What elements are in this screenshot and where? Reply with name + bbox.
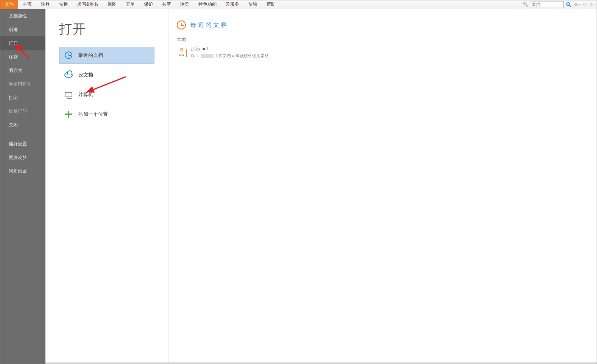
menu-特色功能[interactable]: 特色功能: [194, 0, 221, 9]
clock-icon: [64, 51, 73, 59]
menu-文件[interactable]: 文件: [0, 0, 18, 9]
menu-保护[interactable]: 保护: [139, 0, 157, 9]
sidebar-item-导出PDF为[interactable]: 导出PDF为: [0, 77, 45, 91]
menu-浏览[interactable]: 浏览: [176, 0, 194, 9]
file-name: 演示.pdf: [191, 46, 269, 52]
location-label: 最近的文档: [78, 52, 103, 59]
sidebar-item-更改皮肤[interactable]: 更改皮肤: [0, 151, 45, 164]
menubar-right: 🔍 ▾ ◁ ▷: [522, 0, 597, 9]
location-计算机[interactable]: 计算机: [59, 86, 154, 103]
location-最近的文档[interactable]: 最近的文档: [59, 47, 154, 64]
open-panel: 打开 最近的文档云文档计算机添加一个位置: [45, 9, 168, 364]
plus-icon: [64, 111, 73, 118]
bottom-strip: [45, 362, 597, 364]
redacted-segment: [201, 54, 214, 58]
recent-file-row[interactable]: G PDF 演示.pdf D: » 工作文档 » 体验软件使用素材: [168, 45, 597, 59]
svg-point-2: [575, 3, 577, 5]
menu-帮助[interactable]: 帮助: [262, 0, 280, 9]
menu-表单[interactable]: 表单: [121, 0, 139, 9]
location-云文档[interactable]: 云文档: [59, 67, 154, 83]
menu-转换[interactable]: 转换: [55, 0, 73, 9]
menu-云服务[interactable]: 云服务: [221, 0, 244, 9]
nav-next-icon[interactable]: ▷: [589, 1, 595, 8]
sidebar-item-偏好设置[interactable]: 偏好设置: [0, 137, 45, 151]
recent-subhead: 本地: [177, 36, 597, 43]
file-texts: 演示.pdf D: » 工作文档 » 体验软件使用素材: [191, 46, 269, 59]
clock-icon: [177, 20, 186, 30]
menu-视图[interactable]: 视图: [103, 0, 121, 9]
svg-point-0: [567, 3, 570, 6]
pdf-icon: G PDF: [177, 46, 187, 57]
menu-主页[interactable]: 主页: [18, 0, 36, 9]
sidebar-item-另存为[interactable]: 另存为: [0, 64, 45, 77]
file-sidebar: 文档属性创建打开保存另存为导出PDF为打印批量打印关闭 偏好设置更改皮肤同步设置: [0, 9, 45, 364]
menu-共享[interactable]: 共享: [157, 0, 176, 9]
search-icon[interactable]: [564, 1, 573, 8]
sidebar-item-文档属性[interactable]: 文档属性: [0, 9, 45, 23]
settings-icon[interactable]: ▾: [574, 1, 580, 8]
pdf-icon-label: PDF: [179, 54, 184, 57]
location-label: 添加一个位置: [78, 111, 108, 118]
sidebar-item-关闭[interactable]: 关闭: [0, 118, 45, 132]
menu-注释[interactable]: 注释: [36, 0, 55, 9]
recent-title: 最近的文档: [190, 21, 228, 29]
nav-prev-icon[interactable]: ◁: [581, 1, 588, 8]
sidebar-item-保存[interactable]: 保存: [0, 50, 45, 64]
menu-spacer: [280, 0, 522, 9]
sidebar-item-打印[interactable]: 打印: [0, 91, 45, 104]
sidebar-item-批量打印[interactable]: 批量打印: [0, 104, 45, 118]
page-title: 打开: [59, 20, 154, 38]
menu-放映[interactable]: 放映: [244, 0, 262, 9]
location-label: 计算机: [78, 91, 93, 98]
sidebar-item-创建[interactable]: 创建: [0, 23, 45, 36]
recent-header: 最近的文档: [168, 20, 597, 30]
doc-search-icon[interactable]: 🔍: [522, 1, 529, 8]
svg-line-1: [569, 5, 571, 7]
recent-panel: 最近的文档 本地 G PDF 演示.pdf D: » 工作文档 » 体验软件使用…: [168, 9, 597, 364]
file-path: D: » 工作文档 » 体验软件使用素材: [191, 53, 269, 59]
search-input[interactable]: [530, 1, 564, 8]
location-label: 云文档: [78, 72, 93, 78]
location-添加一个位置[interactable]: 添加一个位置: [59, 106, 154, 123]
menu-填写&签名[interactable]: 填写&签名: [73, 0, 103, 9]
menu-bar: 文件主页注释转换填写&签名视图表单保护共享浏览特色功能云服务放映帮助 🔍 ▾ ◁…: [0, 0, 597, 9]
computer-icon: [64, 92, 73, 97]
sidebar-item-打开[interactable]: 打开: [0, 36, 45, 50]
cloud-icon: [64, 72, 73, 78]
sidebar-item-同步设置[interactable]: 同步设置: [0, 164, 45, 178]
